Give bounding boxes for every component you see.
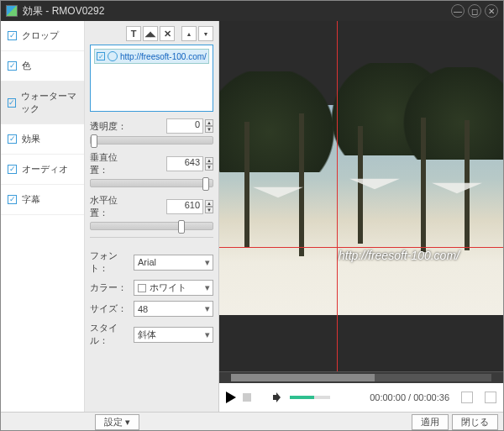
video-preview[interactable]: http://freesoft-100.com/	[219, 21, 503, 371]
style-row: スタイル： 斜体	[90, 322, 213, 347]
font-select[interactable]: Arial	[134, 255, 213, 271]
guide-vertical	[337, 21, 338, 371]
font-row: フォント： Arial	[90, 250, 213, 275]
sidebar-item-5[interactable]: ✓字幕	[1, 185, 84, 215]
sidebar-item-label: ウォーターマック	[21, 90, 77, 115]
stop-button[interactable]	[243, 393, 251, 402]
color-select[interactable]: ホワイト	[134, 280, 213, 296]
watermark-item-text: http://freesoft-100.com/	[120, 52, 207, 61]
move-down-button[interactable]: ▼	[198, 26, 213, 41]
vpos-row: 垂直位置： 643 ▲▼	[90, 151, 213, 176]
size-row: サイズ： 48	[90, 301, 213, 317]
close-dialog-button[interactable]: 閉じる	[452, 414, 498, 430]
sidebar-item-label: 色	[22, 60, 31, 72]
check-icon[interactable]: ✓	[8, 31, 17, 40]
snapshot-button[interactable]	[461, 392, 473, 403]
text-watermark-button[interactable]: T	[126, 26, 141, 41]
opacity-spin-down[interactable]: ▼	[205, 126, 213, 133]
volume-icon[interactable]	[273, 392, 283, 402]
style-label: スタイル：	[90, 322, 134, 347]
play-button[interactable]	[226, 392, 236, 403]
settings-button[interactable]: 設定 ▾	[95, 414, 139, 430]
watermark-overlay-text[interactable]: http://freesoft-100.com/	[339, 249, 459, 262]
move-up-button[interactable]: ▲	[181, 26, 197, 41]
hpos-row: 水平位置： 610 ▲▼	[90, 194, 213, 219]
footer: 設定 ▾ 適用 閉じる	[1, 412, 503, 431]
guide-horizontal	[219, 247, 503, 248]
font-label: フォント：	[90, 250, 134, 275]
check-icon[interactable]: ✓	[8, 165, 17, 174]
apply-button[interactable]: 適用	[412, 414, 449, 430]
size-label: サイズ：	[90, 302, 134, 315]
check-icon: ✓	[97, 52, 105, 60]
sidebar-item-label: 効果	[22, 133, 40, 145]
window-title: 効果 - RMOV0292	[23, 4, 448, 18]
opacity-input[interactable]: 0	[166, 118, 203, 134]
size-select[interactable]: 48	[134, 301, 213, 317]
color-label: カラー：	[90, 281, 134, 294]
vpos-input[interactable]: 643	[166, 156, 203, 171]
watermark-toolbar: T ◢◣ ✕ ▲ ▼	[90, 26, 213, 41]
titlebar: 効果 - RMOV0292 — ◻ ✕	[1, 1, 503, 21]
vpos-spin-up[interactable]: ▲	[205, 157, 213, 164]
opacity-spin-up[interactable]: ▲	[205, 119, 213, 126]
opacity-row: 透明度： 0 ▲▼	[90, 118, 213, 134]
preview-scrollbar[interactable]	[219, 371, 503, 383]
sidebar-item-1[interactable]: ✓色	[1, 51, 84, 81]
player-controls: 00:00:00 / 00:00:36	[219, 383, 503, 412]
app-icon	[6, 5, 18, 17]
opacity-slider[interactable]	[90, 136, 213, 145]
style-select[interactable]: 斜体	[134, 327, 213, 343]
delete-watermark-button[interactable]: ✕	[160, 26, 175, 41]
check-icon[interactable]: ✓	[8, 98, 16, 108]
sidebar-item-label: オーディオ	[22, 163, 68, 176]
vpos-spin-down[interactable]: ▼	[205, 164, 213, 171]
maximize-button[interactable]: ◻	[468, 4, 481, 18]
preview-pane: http://freesoft-100.com/ 00:00:00 / 00:0…	[219, 21, 503, 412]
close-button[interactable]: ✕	[485, 4, 498, 18]
opacity-label: 透明度：	[90, 120, 134, 133]
image-watermark-button[interactable]: ◢◣	[143, 26, 158, 41]
check-icon[interactable]: ✓	[8, 134, 17, 144]
sidebar-item-label: 字幕	[22, 193, 40, 206]
hpos-spin-down[interactable]: ▼	[205, 207, 213, 213]
hpos-input[interactable]: 610	[166, 199, 203, 214]
fullscreen-button[interactable]	[485, 392, 496, 403]
sidebar-item-2[interactable]: ✓ウォーターマック	[1, 81, 84, 124]
sidebar-item-3[interactable]: ✓効果	[1, 124, 84, 155]
sidebar-item-label: クロップ	[22, 29, 59, 42]
watermark-list[interactable]: ✓ http://freesoft-100.com/	[90, 45, 213, 112]
vpos-slider[interactable]	[90, 179, 213, 187]
watermark-list-item[interactable]: ✓ http://freesoft-100.com/	[94, 49, 209, 64]
sidebar: ✓クロップ✓色✓ウォーターマック✓効果✓オーディオ✓字幕	[1, 21, 85, 412]
time-display: 00:00:00 / 00:00:36	[370, 392, 449, 402]
hpos-label: 水平位置：	[90, 194, 134, 219]
video-frame	[219, 105, 503, 315]
minimize-button[interactable]: —	[451, 4, 465, 18]
hpos-slider[interactable]	[90, 222, 213, 230]
volume-slider[interactable]	[290, 396, 330, 399]
watermark-panel: T ◢◣ ✕ ▲ ▼ ✓ http://freesoft-100.com/ 透明…	[85, 21, 219, 412]
sidebar-item-0[interactable]: ✓クロップ	[1, 21, 84, 51]
sidebar-item-4[interactable]: ✓オーディオ	[1, 155, 84, 185]
hpos-spin-up[interactable]: ▲	[205, 200, 213, 207]
check-icon[interactable]: ✓	[8, 61, 17, 71]
vpos-label: 垂直位置：	[90, 151, 134, 176]
globe-icon	[108, 51, 118, 61]
color-row: カラー： ホワイト	[90, 280, 213, 296]
check-icon[interactable]: ✓	[8, 195, 17, 204]
color-swatch	[138, 284, 146, 292]
